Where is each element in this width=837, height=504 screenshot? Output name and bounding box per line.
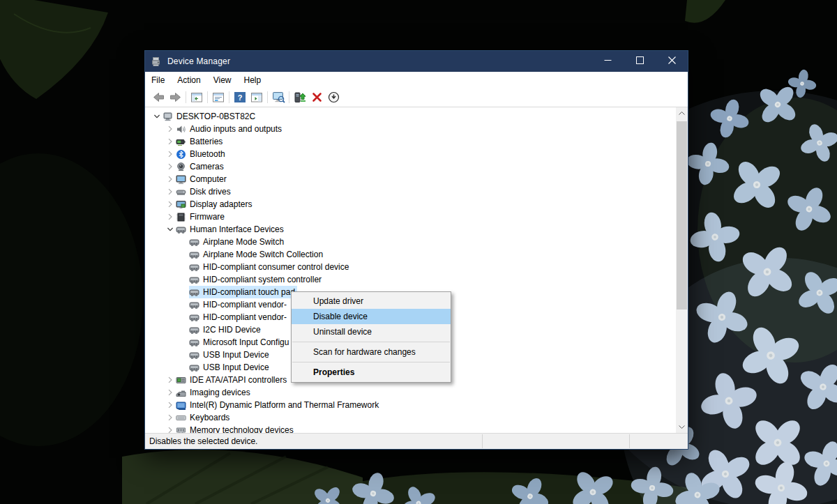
tree-row[interactable]: Firmware — [145, 211, 676, 223]
chevron-right-icon[interactable] — [164, 199, 176, 209]
maximize-button[interactable] — [624, 51, 656, 72]
tree-item[interactable]: Cameras — [176, 160, 226, 173]
forward-button[interactable] — [167, 89, 183, 105]
tree-row[interactable]: DESKTOP-0BST82C — [145, 110, 676, 123]
chevron-spacer — [177, 287, 189, 297]
update-driver-button[interactable] — [292, 89, 308, 105]
tree-item[interactable]: Airplane Mode Switch Collection — [189, 248, 325, 261]
tree-item[interactable]: Intel(R) Dynamic Platform and Thermal Fr… — [176, 399, 381, 411]
device-tree: DESKTOP-0BST82CAudio inputs and outputsB… — [145, 107, 676, 433]
chevron-spacer — [177, 300, 189, 310]
tree-item[interactable]: DESKTOP-0BST82C — [163, 110, 257, 123]
tree-item[interactable]: HID-compliant vendor- — [189, 311, 289, 323]
tree-item[interactable]: Computer — [176, 173, 229, 185]
tree-row[interactable]: Human Interface Devices — [145, 223, 676, 236]
tree-item[interactable]: USB Input Device — [189, 349, 271, 361]
tree-item[interactable]: I2C HID Device — [189, 323, 263, 336]
context-menu-item-uninstall-device[interactable]: Uninstall device — [292, 324, 451, 339]
chevron-right-icon[interactable] — [164, 149, 176, 159]
tree-item[interactable]: HID-compliant consumer control device — [189, 261, 351, 273]
context-menu-item-scan-for-hardware-changes[interactable]: Scan for hardware changes — [292, 344, 451, 360]
chevron-down-icon[interactable] — [151, 112, 163, 121]
vertical-scrollbar[interactable] — [676, 107, 688, 433]
tree-row[interactable]: Airplane Mode Switch Collection — [145, 248, 676, 261]
toolbar: ? — [145, 88, 688, 107]
selected-tree-item[interactable]: HID-compliant touch pad — [189, 286, 297, 298]
scan-hardware-icon — [272, 92, 285, 103]
tree-row[interactable]: Audio inputs and outputs — [145, 123, 676, 135]
titlebar[interactable]: Device Manager — [145, 51, 688, 72]
chevron-spacer — [177, 312, 189, 322]
tree-item[interactable]: Human Interface Devices — [176, 223, 286, 236]
context-menu-item-properties[interactable]: Properties — [292, 365, 451, 380]
tree-item[interactable]: Keyboards — [176, 411, 232, 424]
chevron-right-icon[interactable] — [164, 124, 176, 134]
scrollbar-thumb[interactable] — [677, 121, 687, 310]
tree-item-label: USB Input Device — [203, 350, 269, 360]
tree-row[interactable]: Computer — [145, 173, 676, 185]
show-hide-console-tree-button[interactable] — [188, 89, 205, 105]
tree-row[interactable]: Memory technology devices — [145, 424, 676, 433]
back-arrow-icon — [153, 92, 165, 102]
tree-row[interactable]: Cameras — [145, 160, 676, 173]
close-button[interactable] — [656, 51, 688, 72]
scan-for-hardware-changes-button[interactable] — [270, 89, 287, 105]
tree-row[interactable]: Batteries — [145, 135, 676, 148]
help-button[interactable]: ? — [232, 89, 248, 105]
chevron-spacer — [177, 325, 189, 335]
tree-item[interactable]: IDE ATA/ATAPI controllers — [176, 374, 289, 386]
disable-device-button[interactable] — [325, 89, 342, 105]
tree-row[interactable]: Disk drives — [145, 185, 676, 198]
tree-row[interactable]: Display adapters — [145, 198, 676, 211]
chevron-right-icon[interactable] — [164, 212, 176, 222]
tree-row[interactable]: HID-compliant system controller — [145, 273, 676, 286]
tree-item[interactable]: Audio inputs and outputs — [176, 123, 284, 135]
tree-item[interactable]: Microsoft Input Configu — [189, 336, 291, 349]
chevron-right-icon[interactable] — [164, 137, 176, 146]
menubar: FileActionViewHelp — [145, 72, 688, 88]
tree-item[interactable]: Display adapters — [176, 198, 254, 211]
chevron-spacer — [177, 237, 189, 247]
scrollbar-down-arrow-icon[interactable] — [676, 421, 688, 433]
tree-row[interactable]: Airplane Mode Switch — [145, 236, 676, 248]
chevron-down-icon[interactable] — [164, 224, 176, 234]
tree-row[interactable]: Keyboards — [145, 411, 676, 424]
tree-item[interactable]: Bluetooth — [176, 148, 227, 160]
chevron-right-icon[interactable] — [164, 425, 176, 433]
tree-row[interactable]: Intel(R) Dynamic Platform and Thermal Fr… — [145, 399, 676, 411]
context-menu-item-update-driver[interactable]: Update driver — [292, 293, 451, 309]
console-tree-icon — [191, 93, 202, 102]
tree-item[interactable]: Batteries — [176, 135, 225, 148]
tree-row[interactable]: Bluetooth — [145, 148, 676, 160]
tree-item[interactable]: USB Input Device — [189, 361, 271, 374]
chevron-right-icon[interactable] — [164, 388, 176, 397]
tree-item[interactable]: Airplane Mode Switch — [189, 236, 286, 248]
tree-item[interactable]: Imaging devices — [176, 386, 252, 399]
chevron-right-icon[interactable] — [164, 413, 176, 422]
tree-item[interactable]: Memory technology devices — [176, 424, 296, 433]
menu-file[interactable]: File — [145, 72, 171, 88]
properties-button[interactable] — [210, 89, 227, 105]
menu-view[interactable]: View — [207, 72, 238, 88]
chevron-right-icon[interactable] — [164, 174, 176, 184]
scrollbar-up-arrow-icon[interactable] — [676, 107, 688, 119]
tree-item-label: HID-compliant vendor- — [203, 312, 287, 322]
menu-help[interactable]: Help — [238, 72, 268, 88]
tree-row[interactable]: Imaging devices — [145, 386, 676, 399]
context-menu-item-disable-device[interactable]: Disable device — [292, 309, 451, 324]
chevron-right-icon[interactable] — [164, 187, 176, 197]
menu-action[interactable]: Action — [171, 72, 206, 88]
tree-row[interactable]: HID-compliant consumer control device — [145, 261, 676, 273]
tree-item[interactable]: HID-compliant vendor- — [189, 298, 289, 311]
statusbar: Disables the selected device. — [145, 433, 688, 449]
chevron-right-icon[interactable] — [164, 400, 176, 410]
tree-item[interactable]: Disk drives — [176, 185, 233, 198]
chevron-right-icon[interactable] — [164, 162, 176, 171]
show-action-pane-button[interactable] — [248, 89, 265, 105]
tree-item[interactable]: Firmware — [176, 211, 227, 223]
uninstall-device-button[interactable] — [308, 89, 325, 105]
chevron-right-icon[interactable] — [164, 375, 176, 385]
tree-item[interactable]: HID-compliant system controller — [189, 273, 324, 286]
back-button[interactable] — [150, 89, 167, 105]
minimize-button[interactable] — [591, 51, 624, 72]
